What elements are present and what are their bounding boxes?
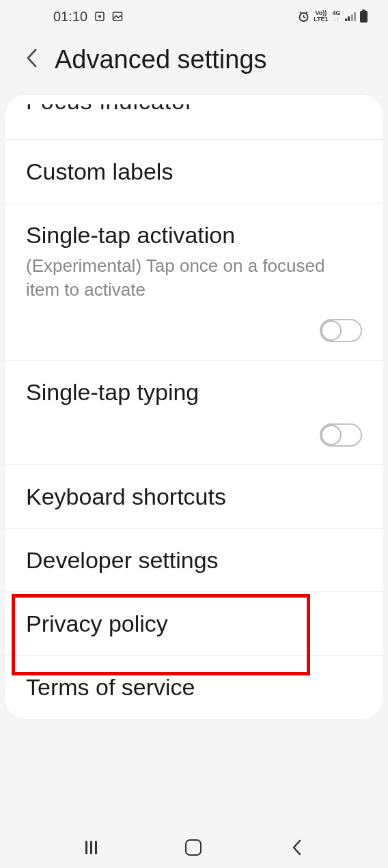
navigation-bar — [0, 827, 388, 868]
row-subtitle: (Experimental) Tap once on a focused ite… — [26, 254, 362, 302]
row-title: Terms of service — [26, 672, 362, 702]
clock-text: 01:10 — [53, 9, 87, 25]
row-developer-settings[interactable]: Developer settings — [5, 529, 383, 592]
header: Advanced settings — [0, 33, 388, 95]
row-custom-labels[interactable]: Custom labels — [5, 140, 383, 204]
clock-icon — [94, 11, 105, 22]
signal-icon — [345, 12, 357, 21]
settings-card: Focus indicator Custom labels Single-tap… — [5, 95, 383, 719]
row-keyboard-shortcuts[interactable]: Keyboard shortcuts — [5, 465, 383, 529]
svg-point-1 — [98, 15, 101, 18]
row-title: Focus indicator — [26, 95, 362, 115]
row-title: Privacy policy — [26, 608, 362, 639]
status-left: 01:10 — [53, 9, 123, 25]
alarm-icon — [298, 11, 309, 23]
row-title: Single-tap typing — [26, 377, 362, 407]
row-title: Developer settings — [26, 545, 362, 575]
back-button[interactable] — [290, 838, 303, 857]
row-terms-of-service[interactable]: Terms of service — [5, 656, 383, 718]
network-label: Vo)) LTE1 — [314, 10, 328, 23]
back-icon[interactable] — [25, 47, 38, 73]
recents-button[interactable] — [85, 841, 97, 854]
row-title: Keyboard shortcuts — [26, 481, 362, 512]
image-icon — [112, 11, 123, 22]
row-single-tap-typing[interactable]: Single-tap typing — [5, 361, 383, 465]
home-button[interactable] — [185, 839, 202, 856]
battery-icon — [360, 11, 368, 23]
row-title: Single-tap activation — [26, 220, 362, 250]
status-bar: 01:10 Vo)) LTE1 4G ↓↑ — [0, 0, 388, 33]
toggle-switch[interactable] — [320, 319, 362, 342]
row-focus-indicator[interactable]: Focus indicator — [5, 100, 383, 140]
status-right: Vo)) LTE1 4G ↓↑ — [298, 10, 368, 23]
toggle-switch[interactable] — [320, 423, 362, 447]
row-privacy-policy[interactable]: Privacy policy — [5, 592, 383, 656]
network-gen: 4G ↓↑ — [332, 10, 340, 23]
row-title: Custom labels — [26, 156, 362, 186]
row-single-tap-activation[interactable]: Single-tap activation (Experimental) Tap… — [5, 204, 383, 360]
page-title: Advanced settings — [55, 45, 267, 74]
